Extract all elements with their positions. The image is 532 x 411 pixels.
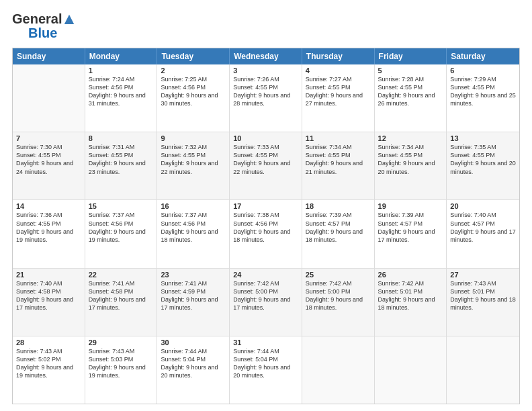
day-number: 11 [306,134,371,142]
cell-info: Sunrise: 7:24 AMSunset: 4:56 PMDaylight:… [89,75,154,108]
cell-info: Sunrise: 7:33 AMSunset: 4:55 PMDaylight:… [233,143,298,176]
calendar-cell: 19Sunrise: 7:39 AMSunset: 4:57 PMDayligh… [375,200,447,267]
calendar-cell: 25Sunrise: 7:42 AMSunset: 5:00 PMDayligh… [302,269,375,336]
day-number: 16 [161,202,226,210]
cell-info: Sunrise: 7:35 AMSunset: 4:55 PMDaylight:… [450,143,516,176]
day-number: 8 [89,134,154,142]
calendar-cell: 7Sunrise: 7:30 AMSunset: 4:55 PMDaylight… [13,132,85,199]
day-number: 20 [450,202,516,210]
cell-info: Sunrise: 7:25 AMSunset: 4:56 PMDaylight:… [161,75,226,108]
cell-info: Sunrise: 7:43 AMSunset: 5:01 PMDaylight:… [450,279,516,312]
calendar-cell [447,336,519,404]
calendar-cell [13,64,85,132]
cell-info: Sunrise: 7:39 AMSunset: 4:57 PMDaylight:… [306,211,371,244]
calendar-cell: 10Sunrise: 7:33 AMSunset: 4:55 PMDayligh… [230,132,302,199]
day-number: 18 [306,202,371,210]
cell-info: Sunrise: 7:41 AMSunset: 4:58 PMDaylight:… [89,279,154,312]
calendar-cell: 26Sunrise: 7:42 AMSunset: 5:01 PMDayligh… [375,269,447,336]
cell-info: Sunrise: 7:29 AMSunset: 4:55 PMDaylight:… [450,75,516,108]
logo: General Blue [12,12,75,41]
logo-general: General [12,12,62,26]
svg-marker-0 [64,15,74,24]
cell-info: Sunrise: 7:31 AMSunset: 4:55 PMDaylight:… [89,143,154,176]
day-number: 5 [378,66,443,75]
cell-info: Sunrise: 7:34 AMSunset: 4:55 PMDaylight:… [306,143,371,176]
cell-info: Sunrise: 7:28 AMSunset: 4:55 PMDaylight:… [378,75,443,108]
cell-info: Sunrise: 7:37 AMSunset: 4:56 PMDaylight:… [89,211,154,244]
cell-info: Sunrise: 7:30 AMSunset: 4:55 PMDaylight:… [16,143,81,176]
calendar-cell: 31Sunrise: 7:44 AMSunset: 5:04 PMDayligh… [230,336,302,404]
calendar-cell: 14Sunrise: 7:36 AMSunset: 4:55 PMDayligh… [13,200,85,267]
cell-info: Sunrise: 7:44 AMSunset: 5:04 PMDaylight:… [233,347,298,380]
cell-info: Sunrise: 7:41 AMSunset: 4:59 PMDaylight:… [161,279,226,312]
day-number: 15 [89,202,154,210]
day-number: 22 [89,271,154,279]
day-number: 19 [378,202,443,210]
cell-info: Sunrise: 7:32 AMSunset: 4:55 PMDaylight:… [161,143,226,176]
weekday-header-monday: Monday [85,48,158,64]
calendar-cell: 11Sunrise: 7:34 AMSunset: 4:55 PMDayligh… [302,132,375,199]
calendar-cell: 1Sunrise: 7:24 AMSunset: 4:56 PMDaylight… [85,64,158,132]
day-number: 25 [306,271,371,279]
cell-info: Sunrise: 7:39 AMSunset: 4:57 PMDaylight:… [378,211,443,244]
calendar-cell: 22Sunrise: 7:41 AMSunset: 4:58 PMDayligh… [85,269,158,336]
calendar-cell: 17Sunrise: 7:38 AMSunset: 4:56 PMDayligh… [230,200,302,267]
day-number: 26 [378,271,443,279]
cell-info: Sunrise: 7:38 AMSunset: 4:56 PMDaylight:… [233,211,298,244]
weekday-header-tuesday: Tuesday [157,48,230,64]
weekday-header-saturday: Saturday [447,48,519,64]
calendar-header: SundayMondayTuesdayWednesdayThursdayFrid… [13,48,519,64]
calendar-cell: 16Sunrise: 7:37 AMSunset: 4:56 PMDayligh… [157,200,230,267]
day-number: 9 [161,134,226,142]
day-number: 21 [16,271,81,279]
weekday-header-thursday: Thursday [302,48,375,64]
page: General Blue SundayMondayTuesdayWednesda… [0,0,532,411]
cell-info: Sunrise: 7:43 AMSunset: 5:02 PMDaylight:… [16,347,81,380]
calendar-row-2: 14Sunrise: 7:36 AMSunset: 4:55 PMDayligh… [13,200,519,268]
cell-info: Sunrise: 7:43 AMSunset: 5:03 PMDaylight:… [89,347,154,380]
day-number: 6 [450,66,516,75]
calendar-cell: 28Sunrise: 7:43 AMSunset: 5:02 PMDayligh… [13,336,85,404]
day-number: 12 [378,134,443,142]
calendar-cell: 29Sunrise: 7:43 AMSunset: 5:03 PMDayligh… [85,336,158,404]
weekday-header-friday: Friday [375,48,447,64]
cell-info: Sunrise: 7:44 AMSunset: 5:04 PMDaylight:… [161,347,226,380]
day-number: 3 [233,66,298,75]
logo-blue: Blue [28,26,57,41]
calendar-row-1: 7Sunrise: 7:30 AMSunset: 4:55 PMDaylight… [13,132,519,200]
calendar-cell: 3Sunrise: 7:26 AMSunset: 4:55 PMDaylight… [230,64,302,132]
cell-info: Sunrise: 7:37 AMSunset: 4:56 PMDaylight:… [161,211,226,244]
calendar-cell: 23Sunrise: 7:41 AMSunset: 4:59 PMDayligh… [157,269,230,336]
calendar-cell: 24Sunrise: 7:42 AMSunset: 5:00 PMDayligh… [230,269,302,336]
day-number: 10 [233,134,298,142]
cell-info: Sunrise: 7:34 AMSunset: 4:55 PMDaylight:… [378,143,443,176]
cell-info: Sunrise: 7:42 AMSunset: 5:00 PMDaylight:… [306,279,371,312]
header: General Blue [12,12,520,41]
day-number: 28 [16,338,81,347]
weekday-header-sunday: Sunday [13,48,85,64]
day-number: 31 [233,338,298,347]
cell-info: Sunrise: 7:26 AMSunset: 4:55 PMDaylight:… [233,75,298,108]
calendar-cell: 9Sunrise: 7:32 AMSunset: 4:55 PMDaylight… [157,132,230,199]
calendar-cell: 2Sunrise: 7:25 AMSunset: 4:56 PMDaylight… [157,64,230,132]
day-number: 17 [233,202,298,210]
day-number: 13 [450,134,516,142]
calendar-cell: 18Sunrise: 7:39 AMSunset: 4:57 PMDayligh… [302,200,375,267]
logo-text: General [12,12,75,26]
day-number: 1 [89,66,154,75]
cell-info: Sunrise: 7:40 AMSunset: 4:58 PMDaylight:… [16,279,81,312]
calendar-cell: 8Sunrise: 7:31 AMSunset: 4:55 PMDaylight… [85,132,158,199]
cell-info: Sunrise: 7:40 AMSunset: 4:57 PMDaylight:… [450,211,516,244]
day-number: 14 [16,202,81,210]
day-number: 29 [89,338,154,347]
cell-info: Sunrise: 7:42 AMSunset: 5:01 PMDaylight:… [378,279,443,312]
calendar-cell: 6Sunrise: 7:29 AMSunset: 4:55 PMDaylight… [447,64,519,132]
calendar-row-4: 28Sunrise: 7:43 AMSunset: 5:02 PMDayligh… [13,336,519,404]
day-number: 2 [161,66,226,75]
day-number: 4 [306,66,371,75]
calendar-cell: 21Sunrise: 7:40 AMSunset: 4:58 PMDayligh… [13,269,85,336]
day-number: 7 [16,134,81,142]
logo-icon [63,13,75,25]
calendar-cell [302,336,375,404]
calendar-cell: 27Sunrise: 7:43 AMSunset: 5:01 PMDayligh… [447,269,519,336]
